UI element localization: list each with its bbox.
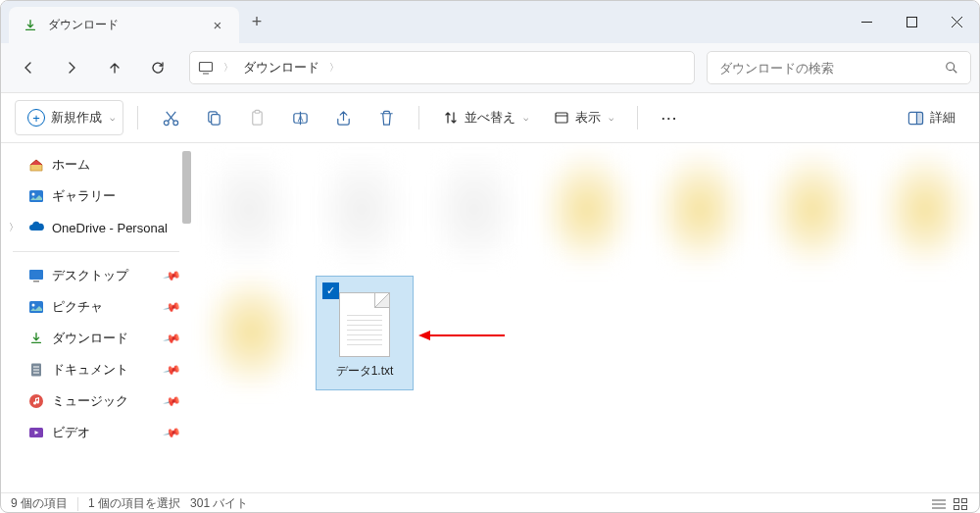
home-icon <box>28 157 44 173</box>
svg-rect-2 <box>200 63 213 72</box>
monitor-icon <box>198 60 214 76</box>
cut-button[interactable] <box>152 100 189 135</box>
pin-icon: 📌 <box>163 297 182 317</box>
sidebar-item-onedrive[interactable]: 〉 OneDrive - Personal <box>1 212 191 243</box>
svg-point-21 <box>32 193 35 196</box>
sort-icon <box>443 110 459 126</box>
blurred-row <box>201 153 969 266</box>
pin-icon: 📌 <box>163 423 182 442</box>
status-size: 301 バイト <box>190 495 248 512</box>
sidebar-item-desktop[interactable]: デスクトップ 📌 <box>1 260 191 291</box>
search-box[interactable] <box>707 51 971 84</box>
svg-rect-11 <box>255 110 260 113</box>
rename-button[interactable]: A <box>281 100 318 135</box>
tab-title: ダウンロード <box>48 17 200 33</box>
new-button[interactable]: + 新規作成 ⌵ <box>15 100 123 135</box>
arrow-annotation <box>418 330 507 341</box>
status-bar: 9 個の項目 1 個の項目を選択 301 バイト <box>1 492 979 513</box>
svg-point-7 <box>172 120 177 125</box>
svg-rect-15 <box>556 113 567 123</box>
music-icon <box>28 393 44 409</box>
chevron-down-icon: ⌵ <box>523 113 528 123</box>
blurred-item <box>205 276 298 388</box>
sidebar-item-gallery[interactable]: ギャラリー <box>1 180 191 212</box>
svg-rect-1 <box>906 18 916 27</box>
sidebar-item-downloads[interactable]: ダウンロード 📌 <box>1 323 191 354</box>
address-bar[interactable]: 〉 ダウンロード 〉 <box>189 51 695 84</box>
svg-rect-36 <box>955 498 959 502</box>
chevron-right-icon: 〉 <box>223 61 233 75</box>
text-file-icon <box>339 292 390 357</box>
details-view-button[interactable] <box>930 496 948 512</box>
details-label: 詳細 <box>930 109 956 127</box>
expand-icon[interactable]: 〉 <box>9 221 19 234</box>
sidebar-label: ビデオ <box>52 424 90 441</box>
sidebar-label: ホーム <box>52 156 90 174</box>
breadcrumb-item[interactable]: ダウンロード <box>243 59 319 77</box>
sidebar-label: OneDrive - Personal <box>52 221 168 235</box>
details-pane-button[interactable]: 詳細 <box>898 100 965 135</box>
svg-line-5 <box>954 70 957 74</box>
sidebar-item-music[interactable]: ミュージック 📌 <box>1 385 191 417</box>
onedrive-icon <box>28 220 44 235</box>
paste-button[interactable] <box>238 100 275 135</box>
svg-rect-9 <box>211 114 220 124</box>
documents-icon <box>28 362 44 378</box>
file-item-selected[interactable]: ✓ データ1.txt <box>316 276 414 390</box>
navigation-bar: 〉 ダウンロード 〉 <box>1 43 979 92</box>
svg-rect-22 <box>29 270 43 280</box>
svg-rect-38 <box>955 505 959 509</box>
toolbar: + 新規作成 ⌵ A 並べ替え ⌵ 表示 ⌵ ··· 詳細 <box>1 92 979 143</box>
icons-view-button[interactable] <box>952 496 969 512</box>
new-tab-button[interactable]: + <box>239 1 274 43</box>
browser-tab[interactable]: ダウンロード × <box>9 7 239 43</box>
download-icon <box>23 18 38 33</box>
pin-icon: 📌 <box>163 266 182 285</box>
gallery-icon <box>28 188 44 204</box>
sidebar-label: ギャラリー <box>52 187 116 205</box>
up-button[interactable] <box>95 50 134 85</box>
sidebar-item-videos[interactable]: ビデオ 📌 <box>1 417 191 448</box>
sidebar-item-pictures[interactable]: ピクチャ 📌 <box>1 291 191 323</box>
sidebar-item-documents[interactable]: ドキュメント 📌 <box>1 354 191 385</box>
body: ホーム ギャラリー 〉 OneDrive - Personal デスクトップ 📌… <box>1 143 979 492</box>
view-button[interactable]: 表示 ⌵ <box>544 100 623 135</box>
search-icon[interactable] <box>945 61 958 75</box>
sort-label: 並べ替え <box>465 109 515 127</box>
svg-rect-37 <box>962 498 967 502</box>
close-tab-icon[interactable]: × <box>210 18 225 33</box>
chevron-down-icon: ⌵ <box>110 113 115 123</box>
back-button[interactable] <box>9 50 48 85</box>
close-button[interactable] <box>934 1 979 43</box>
svg-rect-24 <box>29 301 43 313</box>
delete-button[interactable] <box>368 100 405 135</box>
refresh-button[interactable] <box>138 50 177 85</box>
copy-button[interactable] <box>195 100 232 135</box>
svg-rect-10 <box>252 111 262 124</box>
svg-point-4 <box>947 63 955 71</box>
minimize-button[interactable] <box>844 1 889 43</box>
download-icon <box>28 331 44 346</box>
window-controls <box>844 1 979 43</box>
chevron-right-icon[interactable]: 〉 <box>329 61 339 75</box>
plus-circle-icon: + <box>27 109 45 127</box>
sidebar-item-home[interactable]: ホーム <box>1 149 191 180</box>
desktop-icon <box>28 268 44 283</box>
check-icon[interactable]: ✓ <box>322 282 339 299</box>
file-name: データ1.txt <box>336 363 394 380</box>
sidebar-label: ピクチャ <box>52 298 103 316</box>
forward-button[interactable] <box>52 50 91 85</box>
svg-rect-20 <box>29 190 43 202</box>
chevron-down-icon: ⌵ <box>609 113 613 123</box>
sort-button[interactable]: 並べ替え ⌵ <box>433 100 538 135</box>
svg-point-25 <box>32 304 35 307</box>
file-list[interactable]: ✓ データ1.txt <box>191 143 979 492</box>
search-input[interactable] <box>719 61 945 76</box>
status-count: 9 個の項目 <box>11 495 68 512</box>
share-button[interactable] <box>324 100 362 135</box>
pin-icon: 📌 <box>163 360 182 380</box>
svg-rect-39 <box>962 505 967 509</box>
svg-point-6 <box>164 120 169 125</box>
maximize-button[interactable] <box>889 1 934 43</box>
more-button[interactable]: ··· <box>652 100 688 135</box>
